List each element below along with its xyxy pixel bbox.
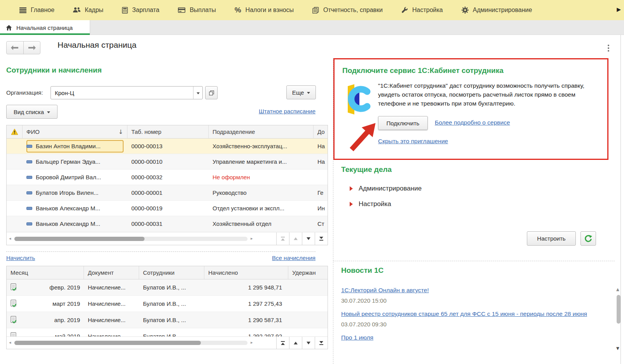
refresh-icon [584,234,593,243]
percent-icon: % [235,6,241,14]
employees-hscrollbar: ◂ ▸ [7,232,328,245]
organization-dropdown-button[interactable] [193,87,202,99]
news-date: 30.07.2020 15:00 [341,297,599,304]
column-header-withheld[interactable]: Удержан [288,266,328,279]
wrench-icon [401,7,408,14]
news-link[interactable]: Про 1 июля [341,333,373,342]
back-icon [11,45,19,50]
menu-item-settings[interactable]: Настройка [392,0,452,20]
refresh-button[interactable] [580,231,596,246]
menu-item-reports[interactable]: Отчетность, справки [303,0,392,20]
service-box-description: "1С:Кабинет сотрудника" даст сотруднику … [378,81,603,108]
employees-rows: Базин Антон Владими... 0000-00013 Хозяйс… [7,139,328,232]
table-row[interactable]: февр. 2019 Начисление... Булатов И.В., .… [7,279,328,296]
accrue-link[interactable]: Начислить [6,255,35,261]
forward-icon [28,45,36,50]
table-row[interactable]: апр. 2019 Начисление... Булатов И.В., ..… [7,312,328,328]
menu-item-payments[interactable]: Выплаты [169,0,225,20]
todo-item[interactable]: Администрирование [350,181,422,196]
red-triangle-icon [350,202,353,206]
calculator-icon [122,7,128,14]
report-icon [312,7,319,14]
news-date: 03.07.2020 09:30 [341,321,599,328]
table-row[interactable]: Бальцер Герман Эдуа... 0000-00010 Управл… [7,154,328,170]
view-list-button[interactable]: Вид списка [6,105,58,119]
1c-cabinet-logo [344,83,371,116]
scrollbar-thumb[interactable] [14,237,145,241]
red-arrow-annotation [348,115,379,158]
scrollbar-thumb[interactable] [14,341,201,345]
column-header-month[interactable]: Месяц [7,266,84,279]
main-menubar: Главное Кадры Зарплата Выплаты % Налоги … [0,0,624,20]
table-row[interactable]: Ваньков Александр М... 0000-00019 Отдел … [7,201,328,216]
organization-label: Организация: [6,89,43,96]
column-header-employees[interactable]: Сотрудники [139,266,204,279]
scrollbar-track[interactable] [14,237,248,241]
news-scrollbar-thumb[interactable] [617,295,621,324]
scroll-right-icon[interactable]: ▸ [251,236,253,241]
menu-item-hr[interactable]: Кадры [64,0,113,20]
menu-overflow-arrow-icon[interactable]: ▶ [617,6,621,12]
scroll-left-icon[interactable]: ◂ [9,236,11,241]
connect-button[interactable]: Подключить [378,116,428,130]
table-row[interactable]: Булатов Игорь Вилен... 0000-00001 Руково… [7,185,328,201]
column-header-position[interactable]: До [314,125,328,138]
more-actions-kebab-icon[interactable] [605,43,612,54]
news-item: Новый реестр сотрудников старше 65 лет д… [341,309,599,328]
organization-combobox [51,86,203,99]
history-nav [6,41,40,54]
table-row[interactable]: март 2019 Начисление... Булатов И.В., ..… [7,296,328,312]
choose-icon [209,90,214,95]
go-down-button[interactable] [302,232,315,245]
service-details-link[interactable]: Более подробно о сервисе [435,119,510,126]
go-up-button[interactable] [289,232,302,245]
service-invitation-box: Подключите сервис 1С:Кабинет сотрудника … [333,58,608,160]
separator [333,261,615,261]
chevron-down-icon [307,92,310,94]
go-up-button[interactable] [289,337,302,349]
configure-button[interactable]: Настроить [527,231,576,246]
column-header-number[interactable]: Таб. номер [127,125,209,138]
organization-input[interactable] [51,87,193,99]
news-scroll-down-icon[interactable]: ▼ [616,346,619,350]
column-header-fio[interactable]: ФИО ↓ [23,125,127,138]
go-down-button[interactable] [302,337,315,349]
menu-item-administration[interactable]: Администрирование [452,0,542,20]
menu-item-taxes[interactable]: % Налоги и взносы [225,0,303,20]
menu-item-salary[interactable]: Зарплата [113,0,169,20]
news-scroll-up-icon[interactable]: ▲ [616,287,619,291]
accruals-table-header: Месяц Документ Сотрудники Начислено Удер… [7,266,328,279]
go-last-button[interactable] [315,232,328,245]
table-row[interactable]: Боровой Дмитрий Вал... 0000-00032 Не офо… [7,170,328,185]
page-title: Начальная страница [58,40,136,50]
news-date [341,345,599,348]
more-button[interactable]: Еще [286,85,316,99]
news-link[interactable]: Новый реестр сотрудников старше 65 лет д… [341,309,587,319]
table-row[interactable]: Базин Антон Владими... 0000-00013 Хозяйс… [7,139,328,154]
scroll-right-icon[interactable]: ▸ [251,340,253,345]
go-first-button[interactable] [276,232,289,245]
posted-document-icon [10,300,17,308]
column-header-department[interactable]: Подразделение [209,125,314,138]
forward-button[interactable] [23,42,40,54]
staffing-schedule-link[interactable]: Штатное расписание [249,108,315,114]
back-button[interactable] [7,42,23,54]
go-last-button[interactable] [315,337,328,349]
column-header-accrued[interactable]: Начислено [204,266,288,279]
organization-choose-button[interactable] [205,86,218,99]
table-row[interactable]: Ваньков Александр М... 0000-00031 Хозяйс… [7,216,328,232]
sort-desc-icon: ↓ [118,128,123,135]
tab-home[interactable]: Начальная страница [0,20,90,35]
service-box-title: Подключите сервис 1С:Кабинет сотрудника [342,66,504,75]
all-accruals-link[interactable]: Все начисления [249,255,315,261]
todo-item[interactable]: Настройка [350,196,422,212]
scrollbar-track[interactable] [14,341,248,345]
go-first-button[interactable] [276,337,289,349]
hide-invitation-link[interactable]: Скрыть это приглашение [378,138,448,145]
column-header-document[interactable]: Документ [84,266,139,279]
employees-table-header: ФИО ↓ Таб. номер Подразделение До [7,125,328,139]
warning-column-header[interactable] [7,125,23,138]
menu-item-main[interactable]: Главное [10,0,64,20]
scroll-left-icon[interactable]: ◂ [9,340,11,345]
news-link[interactable]: 1С:Лекторий Онлайн в августе! [341,286,429,295]
